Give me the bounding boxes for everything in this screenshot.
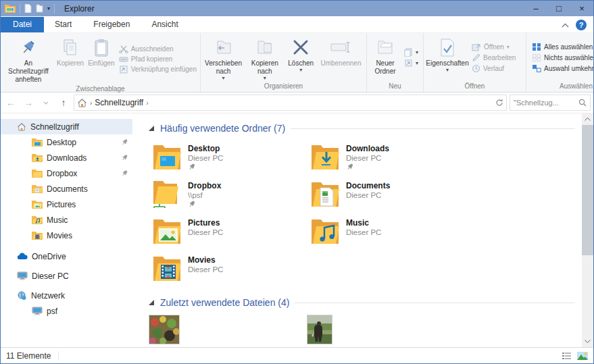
qat-properties-icon[interactable] [24,4,32,13]
section-header-frequent-folders[interactable]: Häufig verwendete Ordner (7) [149,123,575,134]
sidebar-item-dropbox[interactable]: Dropbox [1,165,132,181]
scrollbar-thumb[interactable] [582,125,593,255]
sidebar-item-pictures[interactable]: Pictures [1,197,132,212]
folder-tile-pictures[interactable]: Pictures Dieser PC [149,215,307,251]
ribbon-group-select: Alles auswählen Nichts auswählen Auswahl… [526,33,594,92]
delete-button[interactable]: Löschen ▾ [284,34,316,81]
sidebar-item-onedrive[interactable]: OneDrive [1,249,132,264]
new-item-caret: ▾ [416,50,418,55]
sidebar-item-documents[interactable]: Documents [1,181,132,197]
breadcrumb[interactable]: › Schnellzugriff › [74,95,507,111]
edit-button[interactable]: Bearbeiten [472,53,516,62]
file-tile-img-0877[interactable]: IMG_0877 Dieser P...\01.05. Picknick Bür… [149,315,307,347]
up-button[interactable]: ↑ [56,97,71,108]
history-label: Verlauf [483,65,504,72]
sidebar-item-movies[interactable]: Movies [1,228,132,243]
sidebar-item-quick-access[interactable]: Schnellzugriff [1,119,132,134]
open-icon [472,43,481,51]
content-pane: Häufig verwendete Ordner (7) Desktop Die… [132,113,582,347]
folder-location: Dieser PC [346,228,381,236]
open-button[interactable]: Öffnen ▾ [472,43,516,51]
tab-datei[interactable]: Datei [1,17,44,32]
new-item-button[interactable]: ▾ [404,48,418,57]
select-none-icon [532,53,541,62]
folder-tile-documents[interactable]: Documents Dieser PC [307,178,465,213]
new-folder-label: Neuer Ordner [370,59,400,76]
folder-tile-music[interactable]: Music Dieser PC [307,215,465,251]
tab-freigeben[interactable]: Freigeben [82,17,141,32]
breadcrumb-root[interactable]: Schnellzugriff [95,98,143,107]
select-all-button[interactable]: Alles auswählen [532,43,594,51]
tab-start[interactable]: Start [44,17,82,32]
scroll-down-icon[interactable] [582,336,593,347]
sidebar-item-desktop[interactable]: Desktop [1,134,132,150]
navigation-pane: Schnellzugriff Desktop Downloads [1,113,132,347]
properties-button[interactable]: Eigenschaften ▾ [425,34,470,81]
folder-location: Dieser PC [188,265,223,274]
vertical-scrollbar[interactable] [582,113,593,347]
sidebar-item-label: Downloads [47,153,86,163]
qat-new-folder-icon[interactable] [36,4,43,13]
sidebar-item-psf[interactable]: psf [1,303,132,319]
open-caret: ▾ [507,45,510,50]
scroll-up-icon[interactable] [582,113,593,125]
collapse-triangle-icon [149,300,155,306]
folder-location: Dieser PC [346,191,390,199]
easy-access-button[interactable]: ▾ [404,59,418,68]
copy-to-button[interactable]: Kopieren nach ▾ [245,34,284,81]
sidebar-item-network[interactable]: Netzwerk [1,288,132,303]
scrollbar-track[interactable] [582,125,593,336]
pictures-folder-icon [151,217,182,249]
paste-shortcut-icon [119,66,128,74]
search-input[interactable]: "Schnellzug... [514,99,576,107]
cut-button[interactable]: Ausschneiden [119,45,197,53]
easy-access-caret: ▾ [416,61,418,66]
forward-button[interactable]: → [21,97,36,108]
minimize-button[interactable]: – [524,1,547,16]
copy-button[interactable]: Kopieren [55,34,86,84]
sidebar-item-this-pc[interactable]: Dieser PC [1,268,132,284]
history-button[interactable]: Verlauf [472,64,516,73]
rename-button[interactable]: Umbenennen [317,34,365,81]
pictures-folder-icon [32,200,43,209]
address-bar: ← → ↑ › Schnellzugriff › "Schnellzug... [1,93,593,113]
select-none-button[interactable]: Nichts auswählen [532,53,594,62]
sidebar-item-music[interactable]: Music [1,212,132,228]
home-icon [77,99,87,107]
recent-locations-button[interactable] [39,101,53,105]
maximize-button[interactable]: □ [547,1,570,16]
ribbon-group-open: Eigenschaften ▾ Öffnen ▾ [424,33,526,92]
ribbon-group-new: Neuer Ordner ▾ ▾ [367,33,424,92]
folder-tile-desktop[interactable]: Desktop Dieser PC [149,140,307,176]
paste-shortcut-button[interactable]: Verknüpfung einfügen [119,66,197,74]
back-button[interactable]: ← [3,97,18,108]
section-header-recent-files[interactable]: Zuletzt verwendete Dateien (4) [149,297,575,308]
refresh-icon[interactable] [495,99,503,107]
folder-tile-downloads[interactable]: Downloads Dieser PC [307,140,465,176]
folder-tile-movies[interactable]: Movies Dieser PC [149,252,307,288]
ribbon-collapse-icon[interactable] [562,23,569,28]
paste-button[interactable]: Einfügen [86,34,116,84]
select-none-label: Nichts auswählen [544,54,594,61]
pin-to-quick-access-button[interactable]: An Schnellzugriff anheften [2,34,55,84]
folder-tile-dropbox[interactable]: Dropbox \\psf [149,178,307,213]
close-button[interactable]: × [570,1,593,16]
tab-ansicht[interactable]: Ansicht [141,17,189,32]
new-group-label: Neu [368,81,422,92]
qat-dropdown-caret[interactable]: ▾ [47,6,50,11]
folder-location: Dieser PC [188,228,223,236]
thumbnail-view-icon[interactable] [577,352,588,360]
move-to-button[interactable]: Verschieben nach ▾ [202,34,245,81]
copy-path-button[interactable]: Pfad kopieren [119,55,197,63]
folder-name: Dropbox [188,181,221,190]
file-tile-img-0888[interactable]: IMG_0888 Dieser P...\01.05. Picknick Bür… [307,315,465,347]
new-folder-button[interactable]: Neuer Ordner [368,34,402,81]
details-view-icon[interactable] [562,352,572,360]
movies-folder-icon [32,231,43,240]
sidebar-item-downloads[interactable]: Downloads [1,150,132,165]
ribbon-group-clipboard: An Schnellzugriff anheften Kopieren Einf… [1,33,201,92]
pin-to-quick-access-label: An Schnellzugriff anheften [4,59,53,84]
search-box[interactable]: "Schnellzug... [510,95,591,111]
invert-selection-button[interactable]: Auswahl umkehren [532,64,594,73]
help-icon[interactable]: ? [576,20,587,30]
